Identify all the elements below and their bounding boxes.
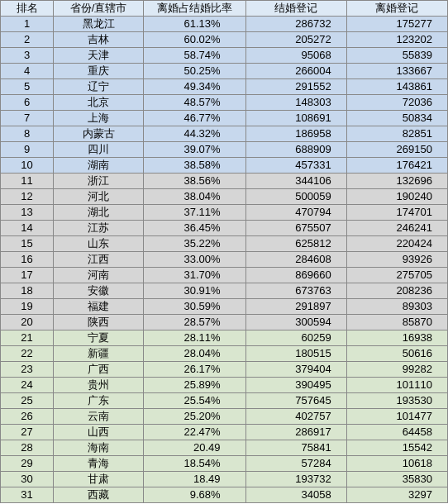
cell-marriage: 284608 (245, 252, 346, 268)
cell-rank: 30 (1, 472, 54, 487)
cell-province: 福建 (54, 299, 144, 315)
table-row: 12河北38.04%500059190240 (1, 189, 448, 205)
cell-province: 山东 (54, 236, 144, 252)
cell-rank: 21 (1, 330, 54, 346)
table-row: 11浙江38.56%344106132696 (1, 174, 448, 189)
cell-province: 天津 (54, 48, 144, 64)
cell-province: 贵州 (54, 378, 144, 393)
table-row: 26云南25.20%402757101477 (1, 409, 448, 425)
cell-rank: 13 (1, 205, 54, 221)
cell-province: 河南 (54, 268, 144, 283)
cell-rank: 4 (1, 64, 54, 79)
cell-divorce: 193530 (346, 393, 447, 409)
cell-divorce: 15542 (346, 440, 447, 456)
table-row: 2吉林60.02%205272123202 (1, 32, 448, 48)
table-row: 9四川39.07%688909269150 (1, 142, 448, 158)
cell-ratio: 25.54% (143, 393, 245, 409)
cell-ratio: 58.74% (143, 48, 245, 64)
cell-rank: 5 (1, 79, 54, 95)
table-body: 1黑龙江61.13%2867321752772吉林60.02%205272123… (1, 17, 448, 503)
cell-rank: 7 (1, 111, 54, 126)
cell-ratio: 18.54% (143, 456, 245, 472)
cell-divorce: 64458 (346, 425, 447, 440)
table-row: 28海南20.497584115542 (1, 440, 448, 456)
cell-province: 广西 (54, 362, 144, 378)
cell-rank: 25 (1, 393, 54, 409)
cell-ratio: 44.32% (143, 126, 245, 142)
cell-rank: 1 (1, 17, 54, 32)
cell-rank: 11 (1, 174, 54, 189)
cell-rank: 31 (1, 487, 54, 503)
cell-ratio: 38.04% (143, 189, 245, 205)
cell-ratio: 35.22% (143, 236, 245, 252)
table-row: 7上海46.77%10869150834 (1, 111, 448, 126)
cell-rank: 9 (1, 142, 54, 158)
cell-marriage: 757645 (245, 393, 346, 409)
cell-province: 安徽 (54, 283, 144, 299)
header-divorce: 离婚登记 (346, 1, 447, 17)
cell-divorce: 143861 (346, 79, 447, 95)
cell-marriage: 379404 (245, 362, 346, 378)
header-marriage: 结婚登记 (245, 1, 346, 17)
cell-marriage: 205272 (245, 32, 346, 48)
cell-province: 内蒙古 (54, 126, 144, 142)
cell-marriage: 180515 (245, 346, 346, 362)
cell-divorce: 16938 (346, 330, 447, 346)
cell-rank: 24 (1, 378, 54, 393)
cell-ratio: 37.11% (143, 205, 245, 221)
cell-ratio: 20.49 (143, 440, 245, 456)
cell-divorce: 246241 (346, 221, 447, 236)
table-row: 14江苏36.45%675507246241 (1, 221, 448, 236)
cell-marriage: 286732 (245, 17, 346, 32)
cell-marriage: 193732 (245, 472, 346, 487)
table-row: 1黑龙江61.13%286732175277 (1, 17, 448, 32)
header-ratio: 离婚占结婚比率 (143, 1, 245, 17)
cell-province: 湖南 (54, 158, 144, 174)
header-province: 省份/直辖市 (54, 1, 144, 17)
table-row: 3天津58.74%9506855839 (1, 48, 448, 64)
header-row: 排名 省份/直辖市 离婚占结婚比率 结婚登记 离婚登记 (1, 1, 448, 17)
cell-marriage: 625812 (245, 236, 346, 252)
cell-rank: 28 (1, 440, 54, 456)
table-row: 29青海18.54%5728410618 (1, 456, 448, 472)
cell-marriage: 675507 (245, 221, 346, 236)
cell-ratio: 61.13% (143, 17, 245, 32)
cell-ratio: 25.89% (143, 378, 245, 393)
cell-ratio: 48.57% (143, 95, 245, 111)
cell-marriage: 75841 (245, 440, 346, 456)
table-row: 13湖北37.11%470794174701 (1, 205, 448, 221)
cell-marriage: 286917 (245, 425, 346, 440)
cell-divorce: 35830 (346, 472, 447, 487)
cell-ratio: 28.57% (143, 315, 245, 330)
cell-province: 陕西 (54, 315, 144, 330)
cell-divorce: 50834 (346, 111, 447, 126)
cell-province: 海南 (54, 440, 144, 456)
cell-province: 黑龙江 (54, 17, 144, 32)
cell-divorce: 220424 (346, 236, 447, 252)
cell-marriage: 108691 (245, 111, 346, 126)
cell-marriage: 291552 (245, 79, 346, 95)
cell-province: 浙江 (54, 174, 144, 189)
cell-province: 四川 (54, 142, 144, 158)
table-row: 15山东35.22%625812220424 (1, 236, 448, 252)
cell-marriage: 57284 (245, 456, 346, 472)
cell-province: 上海 (54, 111, 144, 126)
cell-divorce: 3297 (346, 487, 447, 503)
cell-divorce: 82851 (346, 126, 447, 142)
cell-ratio: 30.59% (143, 299, 245, 315)
table-row: 6北京48.57%14830372036 (1, 95, 448, 111)
cell-divorce: 275705 (346, 268, 447, 283)
cell-ratio: 18.49 (143, 472, 245, 487)
cell-marriage: 186958 (245, 126, 346, 142)
table-row: 31西藏9.68%340583297 (1, 487, 448, 503)
cell-marriage: 688909 (245, 142, 346, 158)
cell-divorce: 175277 (346, 17, 447, 32)
cell-marriage: 402757 (245, 409, 346, 425)
cell-marriage: 95068 (245, 48, 346, 64)
cell-province: 吉林 (54, 32, 144, 48)
cell-rank: 8 (1, 126, 54, 142)
cell-divorce: 269150 (346, 142, 447, 158)
cell-ratio: 38.56% (143, 174, 245, 189)
cell-rank: 14 (1, 221, 54, 236)
table-row: 30甘肃18.4919373235830 (1, 472, 448, 487)
